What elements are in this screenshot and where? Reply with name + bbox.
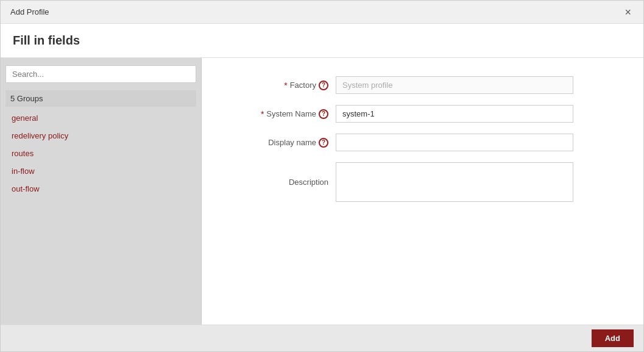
system-name-input[interactable] (336, 105, 573, 123)
main-content: * Factory ? * System Name ? Display name (202, 58, 643, 325)
factory-label: * Factory ? (226, 81, 336, 90)
description-label: Description (226, 178, 336, 187)
description-row: Description (226, 162, 619, 202)
sidebar-item-in-flow[interactable]: in-flow (5, 162, 196, 180)
sidebar-item-general[interactable]: general (5, 109, 196, 127)
factory-required-star: * (284, 81, 287, 90)
display-name-input[interactable] (336, 134, 573, 151)
system-name-info-icon[interactable]: ? (319, 109, 328, 119)
description-textarea[interactable] (336, 162, 573, 202)
display-name-row: Display name ? (226, 134, 619, 151)
system-name-label: * System Name ? (226, 109, 336, 119)
search-input[interactable] (5, 65, 196, 83)
dialog-footer: Add (1, 325, 643, 351)
close-button[interactable]: × (622, 7, 634, 18)
groups-header: 5 Groups (5, 90, 196, 107)
factory-input[interactable] (336, 76, 573, 94)
dialog-title: Add Profile (10, 7, 49, 16)
system-name-required-star: * (261, 109, 264, 119)
sidebar-item-out-flow[interactable]: out-flow (5, 180, 196, 198)
dialog-header: Add Profile × (1, 1, 643, 24)
page-title-bar: Fill in fields (1, 24, 643, 58)
display-name-label: Display name ? (226, 138, 336, 148)
factory-row: * Factory ? (226, 76, 619, 94)
display-name-info-icon[interactable]: ? (319, 138, 328, 148)
add-button[interactable]: Add (592, 329, 634, 347)
add-profile-dialog: Add Profile × Fill in fields 5 Groups ge… (0, 0, 644, 352)
system-name-row: * System Name ? (226, 105, 619, 123)
page-title: Fill in fields (13, 34, 80, 47)
sidebar: 5 Groups general redelivery policy route… (1, 58, 202, 325)
sidebar-item-redelivery-policy[interactable]: redelivery policy (5, 127, 196, 145)
dialog-body: 5 Groups general redelivery policy route… (1, 58, 643, 325)
factory-info-icon[interactable]: ? (319, 81, 328, 90)
sidebar-item-routes[interactable]: routes (5, 145, 196, 162)
